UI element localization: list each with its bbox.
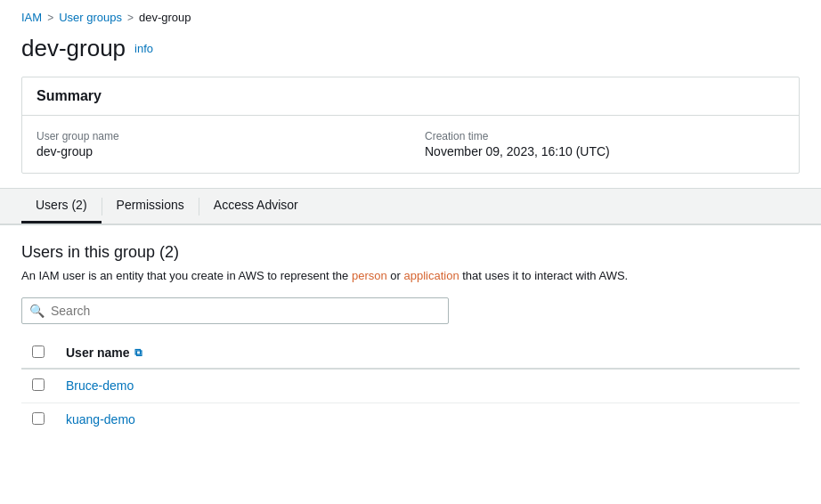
tab-users[interactable]: Users (2) (21, 189, 102, 224)
breadcrumb-iam-link[interactable]: IAM (21, 11, 42, 24)
table-header-row: User name ⧉ (21, 338, 800, 369)
summary-card-header: Summary (22, 77, 799, 116)
desc-text-1: An IAM user is an entity that you create… (21, 269, 352, 282)
breadcrumb-separator-2: > (127, 12, 134, 24)
tabs-container: Users (2) Permissions Access Advisor (0, 188, 821, 224)
table-header-checkbox (21, 338, 55, 369)
tab-permissions[interactable]: Permissions (102, 189, 199, 224)
search-input[interactable] (21, 297, 449, 324)
row-0-username-link[interactable]: Bruce-demo (66, 378, 134, 393)
summary-card-body: User group name dev-group Creation time … (22, 116, 799, 173)
row-0-checkbox[interactable] (32, 378, 45, 391)
info-link[interactable]: info (134, 42, 153, 55)
row-0-username-cell: Bruce-demo (55, 369, 800, 403)
table-row: kuang-demo (21, 402, 800, 436)
desc-link-application[interactable]: application (403, 269, 459, 282)
breadcrumb-current: dev-group (139, 11, 191, 24)
row-1-checkbox-cell (21, 402, 55, 436)
tab-access-advisor[interactable]: Access Advisor (199, 189, 313, 224)
external-link-icon: ⧉ (134, 346, 142, 359)
page-header: dev-group info (0, 31, 821, 77)
page-container: IAM > User groups > dev-group dev-group … (0, 0, 821, 504)
summary-card: Summary User group name dev-group Creati… (21, 77, 800, 174)
desc-link-person[interactable]: person (352, 269, 387, 282)
username-col-header: User name ⧉ (66, 345, 789, 360)
table-header-username: User name ⧉ (55, 338, 800, 369)
desc-text-3: that uses it to interact with AWS. (459, 269, 629, 282)
row-1-username-cell: kuang-demo (55, 402, 800, 436)
summary-field-group-name: User group name dev-group (37, 130, 396, 159)
content-area: Users in this group (2) An IAM user is a… (0, 224, 821, 454)
summary-value-group-name: dev-group (37, 144, 396, 159)
users-section-title: Users in this group (2) (21, 243, 800, 262)
users-table: User name ⧉ Bruce-demo (21, 338, 800, 436)
summary-label-group-name: User group name (37, 130, 396, 142)
users-section-description: An IAM user is an entity that you create… (21, 267, 800, 285)
summary-label-creation-time: Creation time (425, 130, 784, 142)
row-1-checkbox[interactable] (32, 412, 45, 425)
select-all-checkbox[interactable] (32, 345, 45, 358)
search-container: 🔍 (21, 297, 800, 324)
breadcrumb-separator-1: > (47, 12, 53, 24)
breadcrumb: IAM > User groups > dev-group (0, 0, 821, 31)
row-1-username-link[interactable]: kuang-demo (66, 412, 135, 427)
row-0-checkbox-cell (21, 369, 55, 403)
table-row: Bruce-demo (21, 369, 800, 403)
tabs-bar: Users (2) Permissions Access Advisor (21, 189, 800, 224)
breadcrumb-user-groups-link[interactable]: User groups (59, 11, 122, 24)
desc-text-2: or (387, 269, 404, 282)
username-col-label: User name (66, 345, 130, 360)
summary-value-creation-time: November 09, 2023, 16:10 (UTC) (425, 144, 784, 159)
summary-field-creation-time: Creation time November 09, 2023, 16:10 (… (425, 130, 784, 159)
page-title: dev-group (21, 35, 126, 62)
search-icon: 🔍 (29, 304, 45, 318)
